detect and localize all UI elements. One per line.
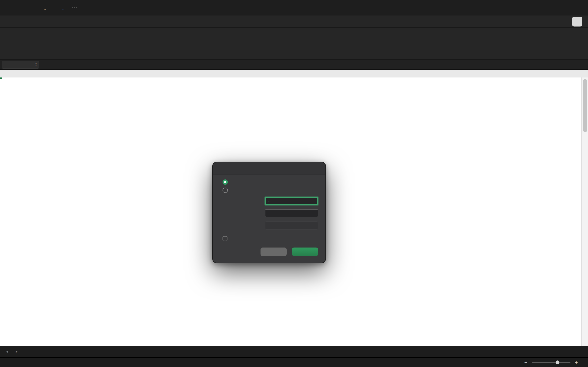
criteria-range-input[interactable] [265,209,318,217]
ok-button[interactable] [292,248,318,256]
accessibility-icon[interactable] [22,359,28,365]
copy-to-input [265,221,318,230]
normal-view-icon[interactable] [493,359,499,365]
dialog-radio-group [223,179,325,193]
sheet-tab-bar: ◄ ► [0,346,588,357]
ribbon-toolbar [0,28,588,59]
scrollbar-thumb[interactable] [583,79,587,132]
list-range-value [268,201,269,201]
marching-ants-selection [0,77,2,79]
name-box-spinner[interactable]: ▲▼ [33,62,39,67]
account-icon[interactable] [568,3,578,13]
formula-bar: ▲▼ [0,59,588,70]
radio-filter-in-place[interactable] [223,179,325,185]
column-header-row [0,70,588,77]
list-range-row [217,197,318,205]
zoom-out-icon[interactable]: − [524,359,527,365]
range-picker-icon[interactable] [311,198,316,204]
vertical-scrollbar[interactable] [581,77,588,346]
copy-to-row [217,221,318,230]
page-break-view-icon[interactable] [514,359,520,365]
range-picker-icon[interactable] [311,211,316,216]
radio-unselected-icon [223,188,228,193]
home-icon[interactable] [7,3,16,13]
unique-records-checkbox-row[interactable] [223,236,325,241]
undo-button[interactable] [33,3,43,13]
share-button[interactable] [572,17,582,26]
dialog-title [213,162,325,175]
sheet-nav: ◄ ► [0,346,24,357]
spreadsheet-grid [0,70,588,346]
next-sheet-icon[interactable]: ► [15,350,18,354]
redo-dropdown-chevron[interactable]: ⌄ [62,7,65,11]
zoom-slider[interactable] [532,362,571,363]
pointer-mode-icon[interactable] [11,359,17,365]
list-range-input[interactable] [265,197,318,205]
more-commands-button[interactable]: ⋯ [71,4,78,11]
range-picker-icon [311,223,316,228]
excel-window: ⌄ ⌄ ⋯ ▲▼ [0,0,588,367]
titlebar: ⌄ ⌄ ⋯ [0,0,588,16]
radio-copy-to-location[interactable] [223,188,325,193]
ribbon-tab-row [0,16,588,28]
dialog-buttons [213,248,318,256]
radio-selected-icon [223,179,228,185]
status-bar-right: − + [493,359,582,365]
page-layout-view-icon[interactable] [503,359,509,365]
titlebar-right-icons [549,3,581,13]
add-sheet-button[interactable] [24,346,38,357]
status-bar: − + [0,357,588,367]
name-box[interactable]: ▲▼ [2,60,39,68]
search-icon[interactable] [549,3,559,13]
checkbox-icon[interactable] [223,236,227,241]
undo-dropdown-chevron[interactable]: ⌄ [43,7,46,11]
zoom-slider-thumb[interactable] [556,360,559,364]
advanced-filter-dialog [212,162,326,263]
redo-button[interactable] [51,3,61,13]
criteria-range-row [217,209,318,217]
save-icon[interactable] [20,3,29,13]
cancel-button[interactable] [260,248,287,256]
previous-sheet-icon[interactable]: ◄ [5,350,9,354]
zoom-in-icon[interactable]: + [575,359,578,365]
